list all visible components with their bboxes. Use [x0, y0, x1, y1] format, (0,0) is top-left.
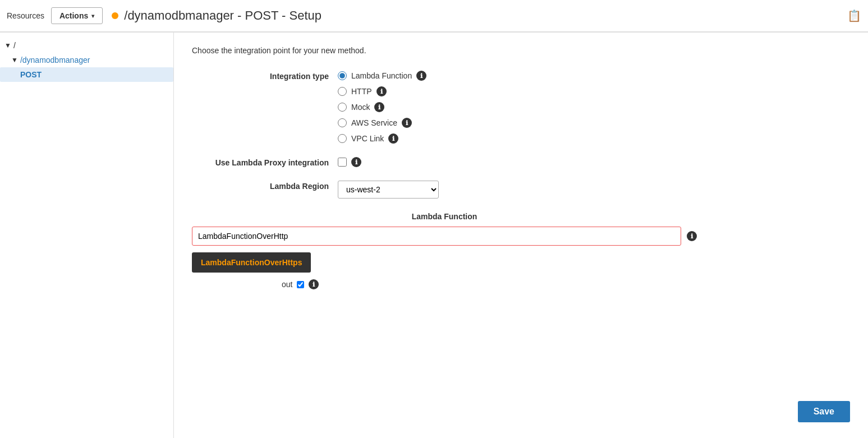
lambda-proxy-checkbox-wrapper: ℹ: [338, 157, 697, 167]
page-title-area: /dynamodbmanager - POST - Setup 📋: [112, 8, 861, 23]
sidebar-item-dynamodbmanager[interactable]: ▼ /dynamodbmanager: [0, 53, 173, 67]
top-bar: Resources Actions ▾ /dynamodbmanager - P…: [0, 0, 868, 32]
sidebar: ▼ / ▼ /dynamodbmanager POST: [0, 33, 174, 438]
radio-http: HTTP ℹ: [338, 86, 697, 96]
radio-lambda-input[interactable]: [338, 71, 347, 80]
method-label: POST: [20, 70, 42, 79]
lambda-function-label: Lambda Function: [192, 212, 697, 221]
lambda-region-controls: us-east-1 us-east-2 us-west-1 us-west-2 …: [338, 181, 697, 199]
lambda-region-label: Lambda Region: [192, 181, 338, 191]
lambda-region-select[interactable]: us-east-1 us-east-2 us-west-1 us-west-2 …: [338, 181, 439, 199]
lambda-proxy-info-icon[interactable]: ℹ: [351, 157, 361, 167]
copy-icon[interactable]: 📋: [847, 9, 861, 22]
orange-dot: [112, 12, 118, 19]
lambda-function-input-row: ℹ LambdaFunctionOverHttps: [192, 227, 697, 246]
integration-type-row: Integration type Lambda Function ℹ HTTP …: [192, 71, 697, 144]
http-info-icon[interactable]: ℹ: [376, 86, 387, 96]
vpc-info-icon[interactable]: ℹ: [388, 133, 398, 144]
form-section: Integration type Lambda Function ℹ HTTP …: [192, 71, 697, 289]
default-timeout-checkbox[interactable]: [297, 281, 304, 288]
sidebar-item-root[interactable]: ▼ /: [0, 38, 173, 53]
lambda-proxy-label: Use Lambda Proxy integration: [192, 157, 338, 167]
default-timeout-label: out: [282, 280, 292, 289]
radio-lambda: Lambda Function ℹ: [338, 71, 697, 81]
integration-type-controls: Lambda Function ℹ HTTP ℹ Mock ℹ: [338, 71, 697, 144]
lambda-proxy-controls: ℹ: [338, 157, 697, 167]
mock-info-icon[interactable]: ℹ: [374, 102, 384, 112]
radio-aws-label: AWS Service: [351, 118, 397, 127]
radio-vpc-link: VPC Link ℹ: [338, 133, 697, 144]
radio-vpc-label: VPC Link: [351, 134, 384, 143]
resources-label: Resources: [7, 11, 44, 20]
radio-mock-label: Mock: [351, 103, 370, 112]
actions-button[interactable]: Actions ▾: [51, 7, 103, 24]
lambda-info-icon[interactable]: ℹ: [416, 71, 426, 81]
aws-info-icon[interactable]: ℹ: [402, 118, 412, 128]
root-label: /: [13, 41, 16, 50]
lambda-proxy-checkbox[interactable]: [338, 158, 347, 167]
actions-caret: ▾: [91, 13, 94, 19]
resource-toggle: ▼: [11, 56, 18, 64]
sidebar-item-post[interactable]: POST: [0, 67, 173, 82]
lambda-function-info-icon[interactable]: ℹ: [687, 231, 697, 241]
lambda-function-section: Lambda Function ℹ LambdaFunctionOverHttp…: [192, 212, 697, 246]
radio-vpc-input[interactable]: [338, 134, 347, 143]
default-timeout-row: out ℹ: [282, 279, 697, 289]
radio-aws-input[interactable]: [338, 118, 347, 127]
radio-aws-service: AWS Service ℹ: [338, 118, 697, 128]
radio-mock: Mock ℹ: [338, 102, 697, 112]
integration-type-label: Integration type: [192, 71, 338, 81]
lambda-region-row: Lambda Region us-east-1 us-east-2 us-wes…: [192, 181, 697, 199]
radio-http-input[interactable]: [338, 87, 347, 96]
page-title: /dynamodbmanager - POST - Setup: [124, 8, 322, 23]
radio-mock-input[interactable]: [338, 103, 347, 112]
resource-label: /dynamodbmanager: [20, 56, 90, 64]
main-layout: ▼ / ▼ /dynamodbmanager POST Choose the i…: [0, 33, 868, 438]
radio-lambda-label: Lambda Function: [351, 71, 412, 80]
lambda-proxy-row: Use Lambda Proxy integration ℹ: [192, 157, 697, 167]
root-toggle: ▼: [4, 42, 11, 49]
radio-http-label: HTTP: [351, 87, 372, 96]
default-timeout-info-icon[interactable]: ℹ: [309, 279, 319, 289]
save-button[interactable]: Save: [798, 401, 850, 422]
content-area: Choose the integration point for your ne…: [174, 33, 868, 438]
autocomplete-dropdown[interactable]: LambdaFunctionOverHttps: [192, 252, 311, 273]
lambda-function-input[interactable]: [192, 227, 681, 246]
setup-description: Choose the integration point for your ne…: [192, 46, 850, 55]
